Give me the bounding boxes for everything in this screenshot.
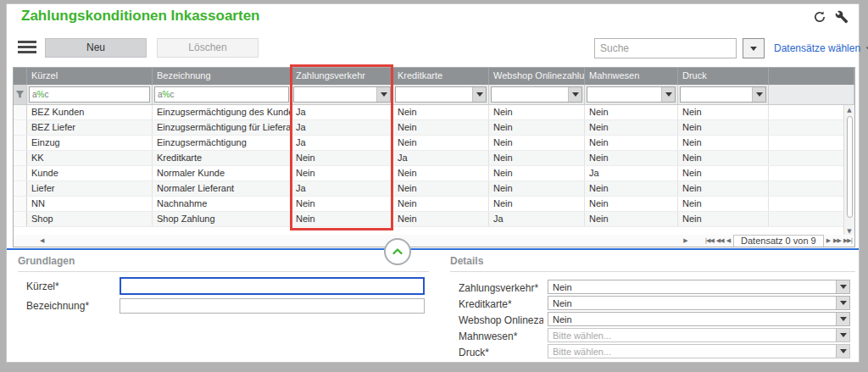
cell[interactable]: Nein xyxy=(678,166,769,180)
cell[interactable]: Einzugsermächtigung für Lieferan... xyxy=(153,120,292,135)
prev-page-icon[interactable]: ◀◀ xyxy=(716,238,724,244)
cell[interactable]: Nein xyxy=(489,151,585,165)
column-header-kreditkarte[interactable]: Kreditkarte xyxy=(393,68,489,85)
cell[interactable]: Kunde xyxy=(27,166,153,180)
next-record-icon[interactable]: ▶ xyxy=(826,238,831,244)
scrollbar-thumb[interactable] xyxy=(847,116,853,218)
row-gutter[interactable] xyxy=(14,151,27,165)
records-select-link[interactable]: Datensätze wählen xyxy=(774,42,868,54)
cell[interactable]: KK xyxy=(27,151,153,165)
cell[interactable]: Einzugsermächtigung des Kunden xyxy=(153,105,292,119)
table-row[interactable]: KundeNormaler KundeNeinNeinNeinJaNein xyxy=(14,166,854,181)
row-gutter[interactable] xyxy=(14,181,27,196)
table-row[interactable]: BEZ LieferEinzugsermächtigung für Liefer… xyxy=(14,120,854,136)
loeschen-button[interactable]: Löschen xyxy=(157,38,259,58)
cell[interactable]: Nein xyxy=(678,181,769,196)
cell[interactable]: Nein xyxy=(292,151,393,165)
prev-record-icon[interactable]: ◀ xyxy=(726,238,731,244)
row-gutter[interactable] xyxy=(14,166,27,180)
cell[interactable]: Nein xyxy=(393,136,489,150)
table-row[interactable]: NNNachnahmeNeinNeinNeinNeinNein xyxy=(14,197,854,212)
column-header-zahlungsverkehr[interactable]: Zahlungsverkehr xyxy=(292,68,393,85)
cell[interactable]: Nein xyxy=(489,181,585,196)
detail-select-webshop[interactable]: Nein xyxy=(548,312,850,326)
cell[interactable]: Ja xyxy=(489,212,585,226)
filter-cell-mahnwesen[interactable] xyxy=(585,85,678,104)
filter-cell-kreditkarte[interactable] xyxy=(393,85,489,104)
menu-icon[interactable] xyxy=(18,41,36,54)
cell[interactable]: Nein xyxy=(292,197,393,211)
cell[interactable]: Nein xyxy=(393,212,489,226)
row-gutter[interactable] xyxy=(14,136,27,150)
splitter-line[interactable] xyxy=(7,248,859,250)
cell[interactable]: Nein xyxy=(678,212,769,226)
wrench-icon[interactable] xyxy=(835,10,849,24)
filter-cell-druck[interactable] xyxy=(678,85,769,104)
cell[interactable]: Ja xyxy=(393,151,489,165)
cell[interactable]: Normaler Lieferant xyxy=(153,181,292,196)
cell[interactable]: Ja xyxy=(585,166,678,180)
cell[interactable]: BEZ Liefer xyxy=(27,120,153,135)
filter-cell-zahlungsverkehr[interactable] xyxy=(292,85,393,104)
cell[interactable]: Ja xyxy=(292,181,393,196)
cell[interactable]: Kreditkarte xyxy=(153,151,292,165)
filter-cell-bezeichnung[interactable]: a%c xyxy=(153,85,292,104)
cell[interactable]: Nachnahme xyxy=(153,197,292,211)
collapse-panel-button[interactable] xyxy=(384,238,411,265)
bezeichnung-field[interactable] xyxy=(120,298,425,314)
cell[interactable]: Ja xyxy=(292,120,393,135)
cell[interactable]: Nein xyxy=(678,197,769,211)
cell[interactable]: Liefer xyxy=(27,181,153,196)
cell[interactable]: Nein xyxy=(393,120,489,135)
column-header-webshop[interactable]: Webshop Onlinezahlung xyxy=(489,68,585,85)
cell[interactable]: Nein xyxy=(489,197,585,211)
cell[interactable]: Ja xyxy=(292,136,393,150)
cell[interactable]: Einzug xyxy=(27,136,153,150)
next-page-icon[interactable]: ▶▶ xyxy=(833,238,841,244)
cell[interactable]: Nein xyxy=(678,105,769,119)
scroll-left-icon[interactable]: ◀ xyxy=(40,238,44,244)
table-row[interactable]: KKKreditkarteNeinJaNeinNeinNein xyxy=(14,151,854,166)
filter-cell-kuerzel[interactable]: a%c xyxy=(27,85,153,104)
refresh-icon[interactable] xyxy=(813,10,826,24)
detail-select-zahlungsverkehr[interactable]: Nein xyxy=(548,280,850,294)
cell[interactable]: Nein xyxy=(393,105,489,119)
cell[interactable]: Nein xyxy=(678,120,769,135)
table-row[interactable]: EinzugEinzugsermächtigungJaNeinNeinNeinN… xyxy=(14,136,854,151)
cell[interactable]: Nein xyxy=(393,181,489,196)
last-record-icon[interactable]: ▶▶| xyxy=(843,238,852,244)
cell[interactable]: Einzugsermächtigung xyxy=(153,136,292,150)
cell[interactable]: Nein xyxy=(292,166,393,180)
table-row[interactable]: LieferNormaler LieferantJaNeinNeinNeinNe… xyxy=(14,181,854,197)
cell[interactable]: NN xyxy=(27,197,153,211)
column-header-kuerzel[interactable]: Kürzel xyxy=(27,68,153,85)
cell[interactable]: Nein xyxy=(489,120,585,135)
detail-select-druck[interactable]: Bitte wählen... xyxy=(548,344,850,358)
cell[interactable]: Nein xyxy=(678,136,769,150)
detail-select-kreditkarte[interactable]: Nein xyxy=(548,296,850,310)
cell[interactable]: Ja xyxy=(292,105,393,119)
cell[interactable]: BEZ Kunden xyxy=(27,105,153,119)
cell[interactable]: Nein xyxy=(393,197,489,211)
row-gutter[interactable] xyxy=(14,120,27,135)
cell[interactable]: Nein xyxy=(489,105,585,119)
cell[interactable]: Nein xyxy=(489,166,585,180)
cell[interactable]: Nein xyxy=(585,212,678,226)
column-header-mahnwesen[interactable]: Mahnwesen xyxy=(585,68,678,85)
row-gutter[interactable] xyxy=(14,105,27,119)
cell[interactable]: Shop Zahlung xyxy=(153,212,292,226)
table-row[interactable]: BEZ KundenEinzugsermächtigung des Kunden… xyxy=(14,105,854,120)
scroll-up-icon[interactable]: ▲ xyxy=(847,108,851,114)
kuerzel-field[interactable] xyxy=(120,277,425,295)
column-header-druck[interactable]: Druck xyxy=(678,68,769,85)
first-record-icon[interactable]: |◀◀ xyxy=(705,238,714,244)
cell[interactable]: Nein xyxy=(678,151,769,165)
vertical-scrollbar[interactable]: ▲ ▼ xyxy=(843,105,854,237)
filter-funnel-button[interactable] xyxy=(14,85,27,104)
neu-button[interactable]: Neu xyxy=(45,38,147,58)
cell[interactable]: Nein xyxy=(292,212,393,226)
search-dropdown-button[interactable] xyxy=(743,38,765,58)
cell[interactable]: Shop xyxy=(27,212,153,226)
cell[interactable]: Nein xyxy=(393,166,489,180)
cell[interactable]: Nein xyxy=(585,151,678,165)
